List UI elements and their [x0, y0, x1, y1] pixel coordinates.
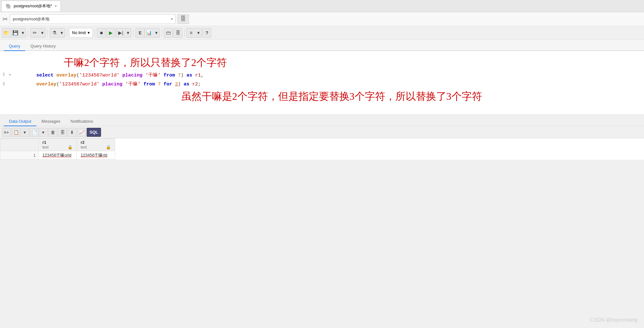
format-dropdown-button[interactable]: ▾ [39, 28, 46, 38]
tab-query-history[interactable]: Query History [25, 42, 61, 51]
keyword-overlay: overlay [56, 73, 76, 78]
cell-r2[interactable]: 123456干嘛rld [77, 151, 115, 160]
code-editor[interactable]: 干嘛2个字符，所以只替换了2个字符 1 ▾ select overlay('12… [0, 51, 644, 115]
line-number-2: 2 [3, 82, 5, 86]
connection-dropdown[interactable]: postgres/root@本地 [10, 14, 176, 24]
output-toolbar: ≡+ 📋 ▾ 📄 ▾ 🗑 🗄 ⬇ 📈 [0, 126, 644, 138]
list-button[interactable]: ≡ [186, 28, 195, 38]
db-sync-icon: 🗄 [60, 130, 65, 135]
paste-chevron-icon: ▾ [42, 130, 44, 135]
row-num-header [0, 139, 39, 151]
filter-dropdown-button[interactable]: ▾ [59, 28, 65, 38]
num-7-1: 7 [178, 73, 181, 78]
copy-dropdown[interactable]: ▾ [20, 128, 29, 137]
run-button[interactable]: ▶ [106, 28, 115, 38]
tab-notifications-label: Notifications [70, 119, 93, 124]
paste-dropdown[interactable]: ▾ [39, 128, 48, 137]
copy-icon: 📋 [13, 130, 19, 135]
db-connect-button[interactable]: 🗄 [177, 14, 189, 24]
explain-group: E 📊 ▾ [135, 28, 160, 38]
db-sync-button[interactable]: 🗄 [58, 128, 67, 137]
db-backup-button[interactable]: 🗄 [173, 28, 182, 38]
format-chevron-icon: ▾ [41, 30, 44, 36]
row-number-1: 1 [0, 151, 39, 160]
main-tab[interactable]: 🐘 postgres/root@本地* × [1, 1, 61, 11]
explain-chevron-icon: ▾ [155, 30, 158, 36]
tab-messages[interactable]: Messages [36, 117, 65, 126]
list-dropdown-button[interactable]: ▾ [195, 28, 202, 38]
string-ganma-1: '干嘛' [145, 73, 161, 78]
add-row-button[interactable]: ≡+ [2, 128, 11, 137]
tab-close-button[interactable]: × [54, 4, 57, 8]
run-dropdown-button[interactable]: ▾ [125, 28, 131, 38]
cell-r1[interactable]: 123456干嘛orld [39, 151, 77, 160]
paren-open: ( [76, 73, 79, 78]
space-6 [192, 73, 195, 78]
connection-chevron-icon [171, 17, 173, 21]
folder-icon: 📁 [4, 30, 10, 36]
sql-label: SQL [90, 130, 98, 135]
chart-icon: 📊 [146, 30, 152, 36]
paste-button[interactable]: 📄 [30, 128, 39, 137]
list-icon: ≡ [190, 30, 192, 35]
pencil-icon: ✏ [33, 30, 37, 36]
output-tab-bar: Data Output Messages Notifications [0, 115, 644, 126]
db-manager-button[interactable]: 🗃 [164, 28, 173, 38]
copy-button[interactable]: 📋 [11, 128, 20, 137]
stop-button[interactable]: ■ [97, 28, 106, 38]
line-number-1: 1 [3, 72, 5, 77]
cell-r1-value: 123456干嘛orld [42, 153, 71, 157]
space-4 [175, 73, 178, 78]
tab-notifications[interactable]: Notifications [65, 117, 98, 126]
help-button[interactable]: ? [202, 28, 211, 38]
connection-bar: ✂ postgres/root@本地 🗄 [0, 12, 644, 26]
results-table: r1 text 🔒 r2 text 🔒 1 [0, 138, 115, 160]
run-selected-button[interactable]: ▶| [116, 28, 125, 38]
list-group: ≡ ▾ [186, 28, 202, 38]
explain-button[interactable]: E [135, 28, 144, 38]
filter-chevron-icon: ▾ [61, 30, 63, 36]
tab-label: postgres/root@本地* [14, 3, 52, 9]
run-selected-icon: ▶| [118, 30, 123, 36]
save-dropdown-button[interactable]: ▾ [20, 28, 26, 38]
delete-button[interactable]: 🗑 [48, 128, 57, 137]
limit-dropdown[interactable]: No limit ▾ [69, 28, 93, 38]
file-toolbar-group: 📁 💾 ▾ [2, 28, 26, 38]
sql-button[interactable]: SQL [87, 128, 101, 137]
space-5 [184, 73, 186, 78]
play-icon: ▶ [109, 30, 113, 36]
separator-4 [95, 29, 95, 37]
tab-data-output[interactable]: Data Output [4, 117, 36, 126]
keyword-as-1: as [186, 73, 192, 78]
space-1 [119, 73, 122, 78]
save-icon: 💾 [12, 30, 18, 36]
comma-1: , [201, 73, 204, 78]
separator-5 [133, 29, 134, 37]
filter-icon: ⚗ [52, 30, 56, 36]
list-chevron-icon: ▾ [197, 30, 200, 36]
download-button[interactable]: ⬇ [68, 128, 76, 137]
code-line-1: 1 ▾ select overlay('1234567world' placin… [0, 71, 644, 80]
col-r2-lock-icon: 🔒 [106, 145, 111, 149]
explain-dropdown-button[interactable]: ▾ [153, 28, 160, 38]
add-row-icon: ≡+ [4, 130, 9, 135]
explain-label: E [139, 30, 141, 35]
cell-r2-value: 123456干嘛rld [81, 153, 107, 157]
col-r1-header: r1 text 🔒 [39, 139, 77, 151]
chart-view-button[interactable]: 📈 [77, 128, 86, 137]
tab-data-output-label: Data Output [9, 119, 31, 124]
code-line-1-content: select overlay('1234567world' placing '干… [19, 67, 204, 84]
string-1234567world-1: '1234567world' [79, 73, 119, 78]
tab-query[interactable]: Query [4, 42, 25, 51]
chart-view-icon: 📈 [79, 130, 84, 135]
data-table-container: r1 text 🔒 r2 text 🔒 1 [0, 138, 644, 160]
col-r2-type: text [81, 145, 87, 149]
save-button[interactable]: 💾 [11, 28, 20, 38]
open-folder-button[interactable]: 📁 [2, 28, 11, 38]
separator-1 [28, 29, 28, 37]
filter-button[interactable]: ⚗ [50, 28, 59, 38]
postgres-icon: 🐘 [5, 3, 12, 9]
format-button[interactable]: ✏ [30, 28, 39, 38]
tab-messages-label: Messages [41, 119, 60, 124]
analyze-button[interactable]: 📊 [144, 28, 153, 38]
